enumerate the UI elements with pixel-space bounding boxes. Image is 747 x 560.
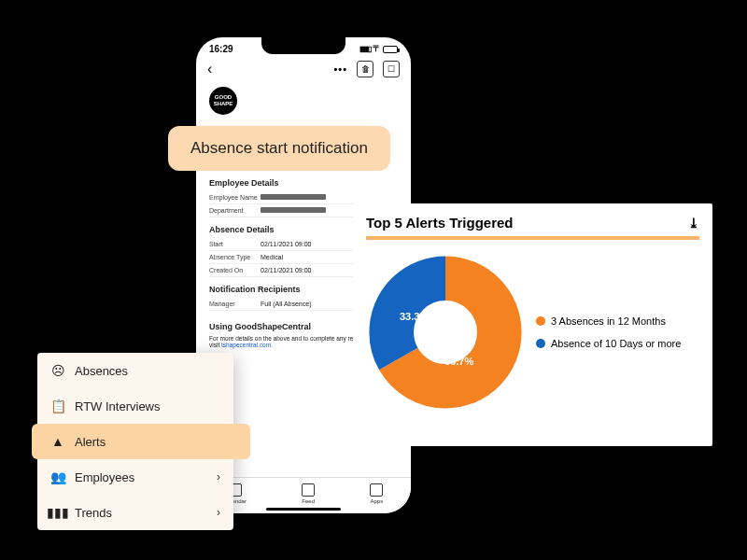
download-icon[interactable]: ⤓ bbox=[688, 216, 699, 231]
goodshape-logo: GOOD SHAPE bbox=[209, 87, 237, 115]
absences-icon: ☹ bbox=[50, 363, 65, 378]
sidebar-item-label: Absences bbox=[75, 364, 128, 378]
apps-icon bbox=[370, 483, 383, 497]
sidebar-item-employees[interactable]: 👥 Employees › bbox=[37, 459, 233, 495]
banner-title: Absence start notification bbox=[190, 139, 368, 157]
clipboard-icon: 📋 bbox=[50, 399, 65, 413]
employee-details-title: Employee Details bbox=[209, 178, 398, 188]
alerts-chart-card: Top 5 Alerts Triggered ⤓ 33.3% 66.7% 3 A… bbox=[353, 203, 712, 446]
start-label: Start bbox=[209, 241, 261, 247]
wifi-icon: 〒 bbox=[373, 43, 381, 55]
legend-item-2: Absence of 10 Days or more bbox=[536, 337, 681, 350]
recipient-role: Manager bbox=[209, 301, 261, 307]
sidebar-item-alerts[interactable]: ▲ Alerts bbox=[32, 424, 250, 459]
home-indicator bbox=[266, 508, 341, 511]
sidebar-item-rtw-interviews[interactable]: 📋 RTW Interviews bbox=[37, 388, 233, 424]
sidebar-item-label: RTW Interviews bbox=[75, 399, 161, 413]
sidebar-item-label: Trends bbox=[75, 506, 112, 520]
chevron-right-icon: › bbox=[217, 470, 220, 483]
absence-type-label: Absence Type bbox=[209, 254, 261, 260]
sidebar-item-absences[interactable]: ☹ Absences bbox=[37, 353, 233, 388]
employee-name-row: Employee Name bbox=[209, 191, 398, 204]
signal-icon: ▮▮▮▯ bbox=[359, 45, 371, 53]
archive-icon[interactable]: ☐ bbox=[383, 61, 400, 77]
chart-title: Top 5 Alerts Triggered bbox=[366, 215, 514, 231]
trash-icon[interactable]: 🗑 bbox=[357, 61, 374, 77]
start-value: 02/11/2021 09:00 bbox=[261, 241, 312, 247]
slice-label-orange: 66.7% bbox=[444, 356, 473, 367]
employees-icon: 👥 bbox=[50, 469, 65, 484]
redacted-dept bbox=[261, 207, 326, 213]
status-time: 16:29 bbox=[209, 44, 233, 54]
phone-notch bbox=[261, 37, 345, 54]
chevron-right-icon: › bbox=[217, 506, 220, 519]
nav-feed[interactable]: Feed bbox=[302, 483, 315, 504]
chart-divider bbox=[366, 236, 699, 240]
chart-legend: 3 Absences in 12 Months Absence of 10 Da… bbox=[536, 315, 681, 351]
created-on-value: 02/11/2021 09:00 bbox=[261, 267, 312, 273]
email-top-bar: ‹ ••• 🗑 ☐ bbox=[196, 55, 411, 83]
slice-label-blue: 33.3% bbox=[400, 311, 429, 322]
sidebar-item-trends[interactable]: ▮▮▮ Trends › bbox=[37, 495, 233, 530]
department-label: Department bbox=[209, 207, 261, 214]
legend-swatch-blue bbox=[536, 339, 545, 348]
more-icon[interactable]: ••• bbox=[333, 63, 347, 75]
absence-type-value: Medical bbox=[261, 254, 283, 260]
sidebar-item-label: Employees bbox=[75, 470, 134, 484]
donut-chart: 33.3% 66.7% bbox=[366, 253, 525, 412]
legend-item-1: 3 Absences in 12 Months bbox=[536, 315, 681, 328]
legend-swatch-orange bbox=[536, 316, 545, 326]
nav-apps[interactable]: Apps bbox=[370, 483, 383, 504]
battery-icon bbox=[383, 46, 398, 53]
alert-icon: ▲ bbox=[50, 434, 65, 449]
trends-icon: ▮▮▮ bbox=[50, 505, 65, 520]
back-icon[interactable]: ‹ bbox=[207, 61, 212, 77]
recipient-scope: Full (All Absence) bbox=[261, 301, 311, 307]
central-link[interactable]: tshapecentral.com. bbox=[221, 342, 273, 348]
sidebar-menu: ☹ Absences 📋 RTW Interviews ▲ Alerts 👥 E… bbox=[37, 353, 233, 530]
notification-banner: Absence start notification bbox=[168, 126, 390, 171]
sidebar-item-label: Alerts bbox=[75, 435, 106, 449]
redacted-name bbox=[261, 194, 326, 200]
created-on-label: Created On bbox=[209, 267, 261, 273]
feed-icon bbox=[302, 483, 315, 497]
employee-name-label: Employee Name bbox=[209, 194, 261, 201]
